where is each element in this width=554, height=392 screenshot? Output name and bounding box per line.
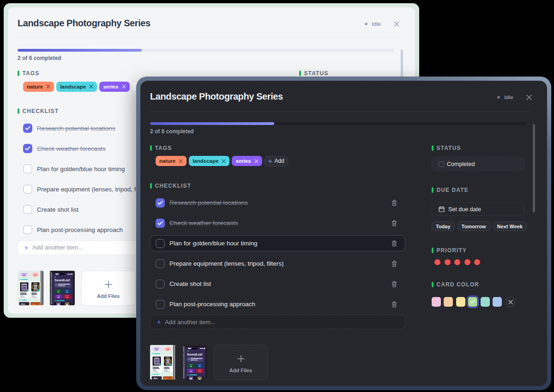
priority-dot[interactable] — [454, 259, 460, 265]
scrollbar-thumb[interactable] — [533, 124, 535, 213]
attachment-thumbnail-music-app-light[interactable] — [18, 271, 43, 305]
tag-nature[interactable]: nature — [156, 156, 187, 166]
clear-color-button[interactable] — [506, 297, 515, 307]
attachment-thumbnail-music-app-light[interactable] — [150, 345, 176, 380]
checklist-item-text: Plan for golden/blue hour timing — [37, 166, 125, 172]
plus-icon — [105, 281, 112, 288]
card-scroll-area: Landscape Photography Series Idle 2 of 6… — [140, 81, 547, 386]
plus-icon: + — [24, 244, 28, 251]
due-date-quick-options: Today Tomorrow Next Week — [432, 221, 524, 231]
priority-dot[interactable] — [445, 259, 451, 265]
checklist-item-text: Plan post-processing approach — [169, 301, 255, 308]
checklist-checkbox[interactable] — [156, 198, 165, 208]
due-date-section: DUE DATE Set due date Today Tomorrow Nex… — [432, 187, 524, 231]
due-today-button[interactable]: Today — [432, 221, 455, 231]
idle-status-label: Idle — [504, 95, 513, 100]
progress-label: 2 of 6 completed — [18, 55, 415, 61]
completed-checkbox-row[interactable]: Completed — [432, 157, 524, 171]
attachment-thumbnail-soundleaf-app[interactable]: SoundLeaf — [182, 345, 207, 380]
color-swatch[interactable] — [493, 297, 502, 307]
card-header: Landscape Photography Series Idle — [150, 91, 532, 102]
checklist-checkbox[interactable] — [23, 225, 32, 234]
checklist-item-text: Create shot list — [169, 280, 211, 287]
checklist-row: Plan for golden/blue hour timing — [150, 235, 405, 251]
add-files-dropzone[interactable]: Add Files — [81, 271, 135, 306]
color-swatch[interactable] — [468, 297, 477, 307]
remove-tag-icon[interactable] — [122, 84, 126, 89]
header-divider — [150, 111, 530, 112]
remove-tag-icon[interactable] — [46, 84, 50, 89]
priority-dot[interactable] — [434, 259, 440, 265]
due-next-week-button[interactable]: Next Week — [493, 221, 527, 231]
checklist-checkbox[interactable] — [156, 259, 165, 268]
color-swatch[interactable] — [456, 297, 465, 307]
task-card-dark: Landscape Photography Series Idle 2 of 6… — [136, 77, 551, 390]
left-column: TAGS nature landscape series — [150, 145, 405, 380]
checklist-checkbox[interactable] — [23, 164, 32, 173]
set-due-date-button[interactable]: Set due date — [432, 202, 524, 216]
task-card: Landscape Photography Series Idle 2 of 6… — [140, 81, 547, 386]
tag-series[interactable]: series — [232, 156, 262, 166]
section-accent-bar — [299, 71, 301, 76]
checklist-row: Create shot list — [150, 276, 405, 292]
checklist-checkbox[interactable] — [23, 124, 32, 133]
trash-icon[interactable] — [391, 261, 397, 267]
section-accent-bar — [432, 282, 434, 287]
add-tag-button[interactable]: + Add — [265, 156, 288, 166]
header-divider — [18, 38, 398, 38]
checklist-checkbox[interactable] — [156, 239, 165, 248]
checklist-checkbox[interactable] — [156, 300, 165, 309]
card-color-swatches — [432, 297, 524, 307]
add-checklist-item-input[interactable]: + Add another item... — [150, 315, 405, 329]
remove-tag-icon[interactable] — [179, 159, 183, 163]
tag-landscape[interactable]: landscape — [56, 82, 97, 92]
trash-icon[interactable] — [391, 240, 397, 247]
due-tomorrow-button[interactable]: Tomorrow — [458, 221, 490, 231]
priority-dots — [434, 259, 524, 265]
tags-section-label: TAGS — [18, 71, 273, 77]
status-section-label: STATUS — [299, 71, 392, 77]
trash-icon[interactable] — [391, 220, 397, 226]
checklist-item-text: Create shot list — [37, 206, 78, 213]
close-icon[interactable] — [393, 21, 400, 27]
plus-icon: + — [268, 157, 272, 165]
add-files-dropzone[interactable]: Add Files — [214, 345, 268, 380]
trash-icon[interactable] — [391, 301, 397, 308]
tag-nature[interactable]: nature — [23, 82, 54, 92]
remove-tag-icon[interactable] — [89, 84, 93, 89]
checklist-checkbox[interactable] — [23, 205, 32, 214]
plus-icon — [237, 355, 245, 362]
attachment-thumbnail-soundleaf-app[interactable]: SoundLeaf — [50, 271, 75, 305]
checklist-checkbox[interactable] — [156, 219, 165, 228]
remove-tag-icon[interactable] — [222, 159, 226, 163]
tag-series[interactable]: series — [99, 82, 129, 92]
progress-bar — [18, 49, 394, 52]
svg-text:SoundLeaf: SoundLeaf — [54, 278, 70, 281]
remove-tag-icon[interactable] — [254, 159, 259, 163]
priority-dot[interactable] — [464, 259, 470, 265]
checklist-row: Plan post-processing approach — [150, 296, 405, 312]
checklist-item-text: Check weather forecasts — [37, 145, 106, 152]
tags-row: nature landscape series + — [156, 156, 405, 166]
trash-icon[interactable] — [391, 281, 397, 287]
plus-icon: + — [157, 318, 161, 326]
color-swatch[interactable] — [432, 297, 441, 307]
progress-label: 2 of 6 completed — [150, 128, 547, 135]
checklist-item-text: Check weather forecasts — [169, 220, 238, 226]
priority-dot[interactable] — [474, 259, 480, 265]
completed-checkbox[interactable] — [439, 161, 444, 167]
color-swatch[interactable] — [481, 297, 490, 307]
card-title: Landscape Photography Series — [150, 91, 283, 102]
close-icon[interactable] — [526, 94, 532, 101]
tags-section-label: TAGS — [150, 145, 405, 151]
status-section: STATUS Completed — [432, 145, 524, 171]
checklist-row: Research potential locations — [150, 195, 405, 211]
idle-status-dot — [365, 23, 367, 25]
checklist-checkbox[interactable] — [156, 279, 165, 289]
checklist-checkbox[interactable] — [23, 184, 32, 194]
checklist-row: Check weather forecasts — [150, 215, 405, 231]
trash-icon[interactable] — [391, 200, 397, 206]
checklist-checkbox[interactable] — [23, 144, 32, 153]
tag-landscape[interactable]: landscape — [189, 156, 229, 166]
color-swatch[interactable] — [444, 297, 453, 307]
